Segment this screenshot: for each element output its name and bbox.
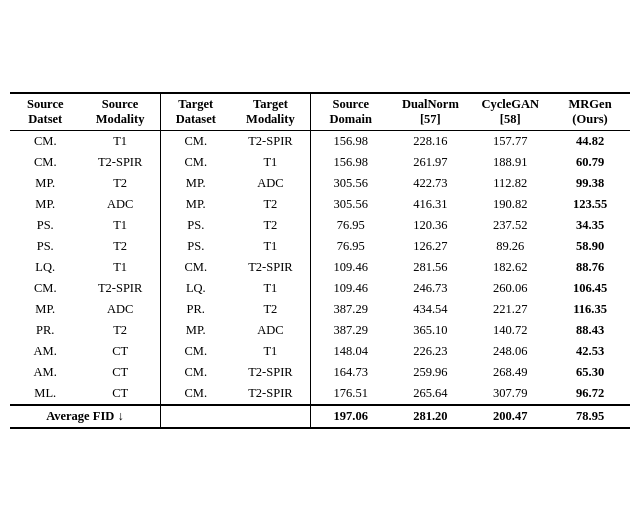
- average-label: Average FID ↓: [10, 405, 160, 428]
- mrgen-cell: 60.79: [550, 152, 630, 173]
- mrgen-cell: 106.45: [550, 278, 630, 299]
- tgt-dataset-cell: CM.: [160, 257, 230, 278]
- src-dataset-cell: MP.: [10, 299, 80, 320]
- tgt-modality-cell: T1: [231, 152, 311, 173]
- tgt-modality-cell: T2: [231, 299, 311, 320]
- table-row: CM.T1CM.T2-SPIR156.98228.16157.7744.82: [10, 131, 630, 153]
- table-row: PS.T1PS.T276.95120.36237.5234.35: [10, 215, 630, 236]
- tgt-dataset-cell: PS.: [160, 215, 230, 236]
- cyclegan-cell: 307.79: [470, 383, 550, 405]
- domain-cell: 76.95: [311, 215, 391, 236]
- dualnorm-cell: 226.23: [390, 341, 470, 362]
- cyclegan-cell: 248.06: [470, 341, 550, 362]
- mrgen-cell: 88.76: [550, 257, 630, 278]
- tgt-dataset-cell: CM.: [160, 362, 230, 383]
- table-row: ML.CTCM.T2-SPIR176.51265.64307.7996.72: [10, 383, 630, 405]
- avg-cyclegan: 200.47: [470, 405, 550, 428]
- mrgen-cell: 116.35: [550, 299, 630, 320]
- domain-cell: 109.46: [311, 278, 391, 299]
- average-row: Average FID ↓ 197.06 281.20 200.47 78.95: [10, 405, 630, 428]
- src-modality-cell: T1: [80, 131, 160, 153]
- tgt-modality-cell: T2: [231, 215, 311, 236]
- header-mrgen: MRGen(Ours): [550, 93, 630, 131]
- src-modality-cell: T2: [80, 320, 160, 341]
- src-modality-cell: T2-SPIR: [80, 152, 160, 173]
- tgt-dataset-cell: CM.: [160, 131, 230, 153]
- results-table: SourceDatset SourceModality TargetDatase…: [10, 92, 630, 429]
- domain-cell: 156.98: [311, 131, 391, 153]
- mrgen-cell: 96.72: [550, 383, 630, 405]
- dualnorm-cell: 126.27: [390, 236, 470, 257]
- dualnorm-cell: 259.96: [390, 362, 470, 383]
- domain-cell: 387.29: [311, 320, 391, 341]
- tgt-dataset-cell: MP.: [160, 173, 230, 194]
- dualnorm-cell: 228.16: [390, 131, 470, 153]
- table-row: LQ.T1CM.T2-SPIR109.46281.56182.6288.76: [10, 257, 630, 278]
- header-cyclegan: CycleGAN[58]: [470, 93, 550, 131]
- table-row: MP.ADCMP.T2305.56416.31190.82123.55: [10, 194, 630, 215]
- domain-cell: 164.73: [311, 362, 391, 383]
- domain-cell: 176.51: [311, 383, 391, 405]
- tgt-dataset-cell: LQ.: [160, 278, 230, 299]
- header-target-modality: TargetModality: [231, 93, 311, 131]
- src-modality-cell: CT: [80, 341, 160, 362]
- tgt-modality-cell: T2-SPIR: [231, 383, 311, 405]
- cyclegan-cell: 157.77: [470, 131, 550, 153]
- tgt-modality-cell: T1: [231, 236, 311, 257]
- table-row: AM.CTCM.T2-SPIR164.73259.96268.4965.30: [10, 362, 630, 383]
- src-modality-cell: CT: [80, 383, 160, 405]
- dualnorm-cell: 120.36: [390, 215, 470, 236]
- tgt-dataset-cell: CM.: [160, 341, 230, 362]
- tgt-dataset-cell: CM.: [160, 383, 230, 405]
- table-row: MP.ADCPR.T2387.29434.54221.27116.35: [10, 299, 630, 320]
- cyclegan-cell: 190.82: [470, 194, 550, 215]
- header-source-domain: SourceDomain: [311, 93, 391, 131]
- tgt-modality-cell: T2-SPIR: [231, 131, 311, 153]
- src-modality-cell: T2-SPIR: [80, 278, 160, 299]
- table-row: AM.CTCM.T1148.04226.23248.0642.53: [10, 341, 630, 362]
- header-source-dataset: SourceDatset: [10, 93, 80, 131]
- tgt-dataset-cell: MP.: [160, 320, 230, 341]
- cyclegan-cell: 260.06: [470, 278, 550, 299]
- domain-cell: 387.29: [311, 299, 391, 320]
- cyclegan-cell: 268.49: [470, 362, 550, 383]
- table-body: CM.T1CM.T2-SPIR156.98228.16157.7744.82CM…: [10, 131, 630, 406]
- dualnorm-cell: 265.64: [390, 383, 470, 405]
- mrgen-cell: 58.90: [550, 236, 630, 257]
- tgt-dataset-cell: CM.: [160, 152, 230, 173]
- domain-cell: 305.56: [311, 194, 391, 215]
- src-dataset-cell: LQ.: [10, 257, 80, 278]
- src-dataset-cell: PS.: [10, 236, 80, 257]
- src-dataset-cell: ML.: [10, 383, 80, 405]
- src-dataset-cell: PR.: [10, 320, 80, 341]
- src-dataset-cell: AM.: [10, 362, 80, 383]
- dualnorm-cell: 246.73: [390, 278, 470, 299]
- mrgen-cell: 34.35: [550, 215, 630, 236]
- tgt-modality-cell: T2-SPIR: [231, 362, 311, 383]
- src-modality-cell: T2: [80, 173, 160, 194]
- mrgen-cell: 44.82: [550, 131, 630, 153]
- table-row: CM.T2-SPIRCM.T1156.98261.97188.9160.79: [10, 152, 630, 173]
- src-dataset-cell: CM.: [10, 131, 80, 153]
- avg-mrgen: 78.95: [550, 405, 630, 428]
- tgt-dataset-cell: PS.: [160, 236, 230, 257]
- dualnorm-cell: 281.56: [390, 257, 470, 278]
- src-dataset-cell: CM.: [10, 278, 80, 299]
- avg-dualnorm: 281.20: [390, 405, 470, 428]
- cyclegan-cell: 237.52: [470, 215, 550, 236]
- table-row: MP.T2MP.ADC305.56422.73112.8299.38: [10, 173, 630, 194]
- mrgen-cell: 65.30: [550, 362, 630, 383]
- src-dataset-cell: PS.: [10, 215, 80, 236]
- dualnorm-cell: 261.97: [390, 152, 470, 173]
- tgt-modality-cell: T1: [231, 341, 311, 362]
- domain-cell: 305.56: [311, 173, 391, 194]
- tgt-modality-cell: ADC: [231, 173, 311, 194]
- mrgen-cell: 99.38: [550, 173, 630, 194]
- tgt-modality-cell: T1: [231, 278, 311, 299]
- cyclegan-cell: 89.26: [470, 236, 550, 257]
- tgt-modality-cell: T2-SPIR: [231, 257, 311, 278]
- src-modality-cell: ADC: [80, 194, 160, 215]
- mrgen-cell: 42.53: [550, 341, 630, 362]
- dualnorm-cell: 416.31: [390, 194, 470, 215]
- tgt-modality-cell: T2: [231, 194, 311, 215]
